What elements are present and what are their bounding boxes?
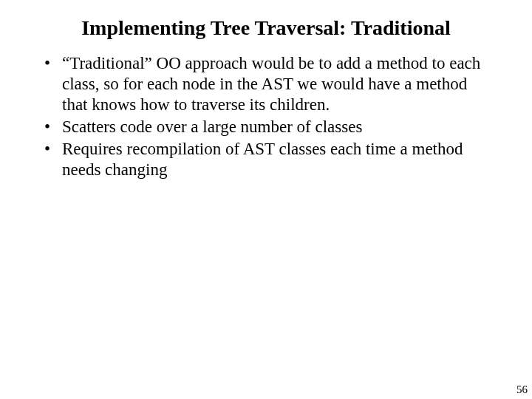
slide-body: “Traditional” OO approach would be to ad… [0, 47, 532, 180]
bullet-item: Requires recompilation of AST classes ea… [44, 139, 488, 180]
page-number: 56 [516, 383, 528, 396]
slide-title: Implementing Tree Traversal: Traditional [0, 0, 532, 47]
bullet-list: “Traditional” OO approach would be to ad… [44, 53, 488, 180]
slide: Implementing Tree Traversal: Traditional… [0, 0, 532, 399]
bullet-item: Scatters code over a large number of cla… [44, 117, 488, 137]
bullet-item: “Traditional” OO approach would be to ad… [44, 53, 488, 115]
